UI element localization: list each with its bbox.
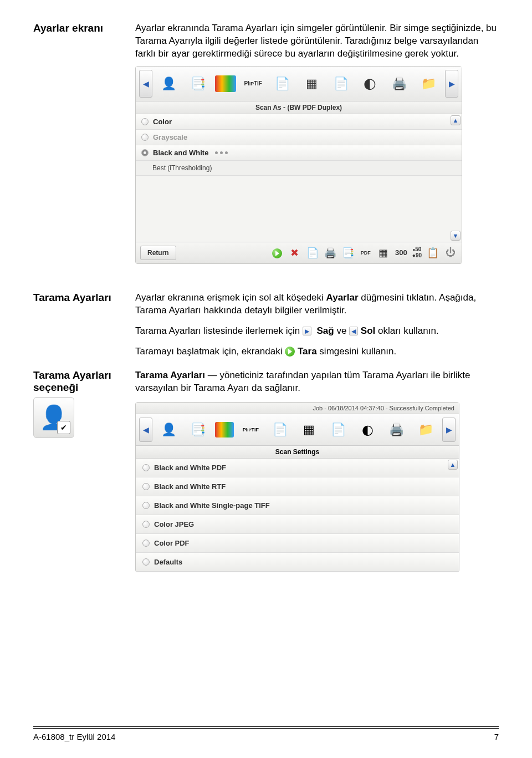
pi-tif-icon[interactable]: PIIP TIF <box>241 72 265 96</box>
play-icon <box>285 347 295 357</box>
cancel-icon[interactable]: ✖ <box>288 247 301 259</box>
scanner-icon[interactable]: 🖨️ <box>387 72 412 96</box>
footer-doc-id: A-61808_tr Eylül 2014 <box>33 732 115 741</box>
color-bars-icon[interactable] <box>215 422 234 437</box>
document-icon[interactable]: 📄 <box>270 72 295 96</box>
dpi-indicator[interactable]: 300 <box>395 249 408 256</box>
color-bars-icon[interactable] <box>215 75 236 92</box>
document-icon[interactable]: 📄 <box>268 418 292 442</box>
footer-power-icon[interactable]: ⏻ <box>444 247 457 258</box>
more-dots-icon <box>215 151 228 154</box>
scan-pages-icon[interactable]: 📑 <box>186 418 210 442</box>
toolbar-icons: 👤 📑 PIIP TIF 📄 ▦ 📄 ◐ 🖨️ 📁 <box>155 418 440 442</box>
list-item[interactable]: Defaults <box>136 553 459 572</box>
footer-pdf-icon[interactable]: PDF <box>359 250 372 256</box>
footer-print-icon[interactable]: 🖨️ <box>324 247 337 259</box>
toolbar-icons: 👤 📑 PIIP TIF 📄 ▦ 📄 ◐ 🖨️ 📁 <box>155 72 443 96</box>
toolbar-arrow-right[interactable]: ▶ <box>442 418 456 442</box>
color-doc-icon[interactable]: 📄 <box>326 418 350 442</box>
toolbar-arrow-left[interactable]: ◀ <box>139 70 152 98</box>
footer-list-icon[interactable]: 📋 <box>426 247 439 259</box>
section-heading-scan-settings: Tarama Ayarları <box>33 292 122 304</box>
list-item[interactable]: Black and White Single-page TIFF <box>136 496 459 515</box>
arrow-right-icon: ▶ <box>303 327 311 335</box>
radio-icon <box>141 134 149 141</box>
grid-icon[interactable]: ▦ <box>297 418 321 442</box>
panel2-caption: Scan Settings <box>136 446 459 459</box>
footer-page-number: 7 <box>494 732 499 741</box>
page-footer: A-61808_tr Eylül 2014 7 <box>33 726 499 741</box>
footer-grid-icon[interactable]: ▦ <box>377 247 390 259</box>
scan-settings-p2: Tarama Ayarları listesinde ilerlemek içi… <box>135 325 499 338</box>
folder-icon[interactable]: 📁 <box>414 418 438 442</box>
option-grayscale[interactable]: Grayscale <box>136 130 462 145</box>
scan-pages-icon[interactable]: 📑 <box>186 72 210 96</box>
settings-screen-description: Ayarlar ekranında Tarama Ayarları için s… <box>135 22 499 60</box>
scan-settings-panel: Job - 06/18/2014 04:37:40 - Successfully… <box>135 402 459 572</box>
option-label: Black and White <box>153 149 208 157</box>
list-item[interactable]: Color JPEG <box>136 515 459 534</box>
option-label: Color <box>153 118 172 126</box>
scan-as-list: ▲ Color Grayscale Black and White Best (… <box>136 114 462 242</box>
radio-icon-selected <box>141 149 149 156</box>
scan-settings-p1: Ayarlar ekranına erişmek için sol alt kö… <box>135 292 499 317</box>
footer-pages-icon[interactable]: 📑 <box>341 247 355 259</box>
profile-icon[interactable]: 👤 <box>156 72 181 96</box>
section-heading-settings-screen: Ayarlar ekranı <box>33 22 122 34</box>
arrow-left-icon: ◀ <box>349 327 358 335</box>
toolbar-arrow-right[interactable]: ▶ <box>445 70 458 98</box>
contrast-icon[interactable]: ◐ <box>358 72 382 96</box>
profile-icon[interactable]: 👤 <box>156 418 181 442</box>
option-black-and-white[interactable]: Black and White <box>136 145 462 161</box>
option-color[interactable]: Color <box>136 114 462 130</box>
toolbar-arrow-left[interactable]: ◀ <box>139 418 152 442</box>
toolbar: ◀ 👤 📑 PIIP TIF 📄 ▦ 📄 ◐ 🖨️ 📁 ▶ <box>136 67 462 101</box>
scan-settings-list: ▲ Black and White PDF Black and White RT… <box>136 459 459 572</box>
pi-tif-icon[interactable]: PIIP TIF <box>238 418 263 442</box>
radio-icon <box>141 118 149 125</box>
checklist-badge-icon: ✔ <box>57 421 70 434</box>
scanner-icon[interactable]: 🖨️ <box>385 418 409 442</box>
option-label: Grayscale <box>153 133 187 141</box>
start-scan-icon[interactable] <box>270 247 284 258</box>
folder-icon[interactable]: 📁 <box>417 72 441 96</box>
section-heading-scan-settings-option: Tarama Ayarları seçeneği <box>33 369 122 394</box>
scroll-up-icon[interactable]: ▲ <box>448 460 458 470</box>
list-item[interactable]: Black and White PDF <box>136 459 459 477</box>
return-button[interactable]: Return <box>140 246 176 260</box>
list-item[interactable]: Color PDF <box>136 534 459 553</box>
scroll-down-icon[interactable]: ▼ <box>451 231 461 241</box>
scan-settings-option-p1: Tarama Ayarları — yöneticiniz tarafından… <box>135 369 499 395</box>
dpi-small[interactable]: ●50 ●90 <box>412 247 422 258</box>
toolbar: ◀ 👤 📑 PIIP TIF 📄 ▦ 📄 ◐ 🖨️ 📁 ▶ <box>136 414 459 446</box>
option-bw-sub[interactable]: Best (iThresholding) <box>136 161 462 176</box>
grid-icon[interactable]: ▦ <box>299 72 324 96</box>
panel-caption: Scan As - (BW PDF Duplex) <box>136 101 462 114</box>
color-doc-icon[interactable]: 📄 <box>329 72 353 96</box>
panel-footer: Return ✖ 📄 🖨️ 📑 PDF ▦ 300 ●50 ●90 📋 ⏻ <box>136 242 462 263</box>
profile-settings-icon: 👤✔ <box>33 397 74 438</box>
scan-settings-p3: Taramayı başlatmak için, ekrandaki Tara … <box>135 345 499 358</box>
scan-as-panel: ◀ 👤 📑 PIIP TIF 📄 ▦ 📄 ◐ 🖨️ 📁 ▶ Scan As - … <box>135 66 462 264</box>
job-titlebar: Job - 06/18/2014 04:37:40 - Successfully… <box>136 403 459 414</box>
contrast-icon[interactable]: ◐ <box>355 418 380 442</box>
footer-doc-icon[interactable]: 📄 <box>306 247 319 259</box>
scroll-up-icon[interactable]: ▲ <box>451 115 461 125</box>
list-item[interactable]: Black and White RTF <box>136 477 459 496</box>
